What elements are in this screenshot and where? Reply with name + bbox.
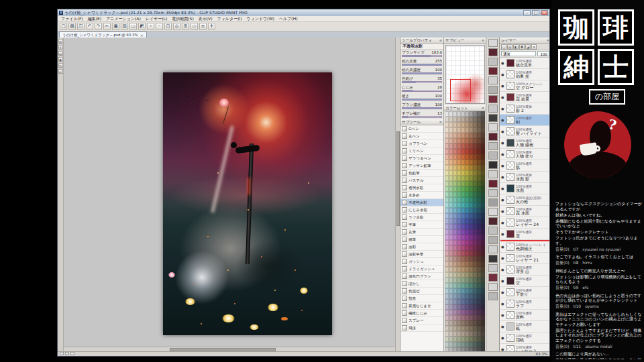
layer-row[interactable]: ●100%通常レイヤー 2: [500, 344, 550, 351]
parameter-slider[interactable]: [402, 81, 442, 83]
subtool-item[interactable]: 油彩平筆: [400, 251, 443, 258]
layer-visibility-icon[interactable]: ●: [501, 256, 505, 260]
layer-row[interactable]: ●100%通常ラフ: [500, 298, 550, 310]
material-thumbnail[interactable]: [488, 283, 498, 291]
document-tab[interactable]: うのけ姫_シャワミドラック~.psd @ 83.3% ×: [59, 32, 147, 38]
eraser-tool-icon[interactable]: ▱: [58, 69, 63, 74]
subtool-item[interactable]: 細筆: [400, 236, 443, 243]
color-swatch[interactable]: [481, 208, 485, 213]
grid-icon[interactable]: ⊞: [182, 23, 189, 30]
layer-visibility-icon[interactable]: ●: [501, 84, 505, 88]
layer-visibility-icon[interactable]: ●: [501, 336, 505, 340]
color-swatch[interactable]: [481, 165, 485, 170]
layer-row[interactable]: ●100%通常人物 塗り: [500, 149, 550, 160]
layer-visibility-icon[interactable]: ●: [501, 324, 505, 328]
subtool-item[interactable]: 丸ペン: [400, 133, 443, 140]
material-thumbnail[interactable]: [488, 114, 498, 122]
clip-layer-icon[interactable]: ◪: [525, 44, 531, 50]
color-swatch[interactable]: [481, 294, 485, 299]
layer-visibility-icon[interactable]: ●: [501, 118, 505, 122]
parameter-slider[interactable]: [402, 107, 442, 109]
material-thumbnail[interactable]: [488, 264, 498, 272]
color-swatch[interactable]: [481, 235, 485, 240]
layer-visibility-icon[interactable]: ●: [501, 72, 505, 76]
layer-visibility-icon[interactable]: ●: [501, 164, 505, 168]
material-thumbnail[interactable]: [488, 76, 498, 84]
material-thumbnail[interactable]: [488, 142, 498, 150]
close-button[interactable]: ×: [541, 10, 548, 15]
undo-icon[interactable]: ↶: [86, 23, 93, 30]
material-thumbnail[interactable]: [488, 198, 498, 206]
color-swatch[interactable]: [481, 315, 485, 320]
panel-menu-icon[interactable]: ≡: [482, 106, 484, 110]
parameter-slider[interactable]: [402, 116, 442, 118]
parameter-slider[interactable]: [402, 72, 442, 74]
blend-mode-select[interactable]: 通常: [501, 51, 536, 56]
layer-mask-icon[interactable]: ◧: [513, 44, 519, 50]
parameter-slider[interactable]: [402, 55, 442, 57]
material-thumbnail[interactable]: [488, 208, 498, 216]
layer-row[interactable]: ●100%乗算影 2: [500, 103, 550, 115]
zoom-out-icon[interactable]: －: [156, 23, 163, 30]
color-swatch[interactable]: [481, 240, 485, 245]
layer-visibility-icon[interactable]: ●: [501, 245, 505, 249]
material-thumbnail[interactable]: [488, 133, 498, 141]
color-swatch[interactable]: [481, 181, 485, 186]
color-swatch[interactable]: [481, 154, 485, 160]
color-swatch[interactable]: [481, 337, 485, 342]
layer-row[interactable]: ●100%通常雲: [500, 229, 550, 240]
subtool-item[interactable]: パステル: [400, 177, 443, 184]
layer-visibility-icon[interactable]: ●: [501, 129, 505, 133]
panel-menu-icon[interactable]: ≡: [482, 38, 484, 42]
subtool-item[interactable]: カブラペン: [400, 140, 443, 147]
color-swatch[interactable]: [481, 245, 485, 251]
subtool-item[interactable]: ドライガッシュ: [400, 265, 443, 273]
color-swatch[interactable]: [481, 202, 485, 208]
material-thumbnail[interactable]: [488, 180, 498, 188]
menu-item[interactable]: 編集(E): [88, 16, 101, 22]
material-thumbnail[interactable]: [488, 245, 498, 253]
color-swatch[interactable]: [481, 160, 485, 165]
zoom-tool-icon[interactable]: ◎: [58, 39, 63, 44]
color-swatch[interactable]: [481, 342, 485, 347]
subtool-item[interactable]: ザラつきペン: [400, 155, 443, 162]
material-thumbnail[interactable]: [488, 255, 498, 263]
deselect-icon[interactable]: ▭: [129, 23, 137, 30]
parameter-slider[interactable]: [402, 64, 442, 66]
material-thumbnail[interactable]: [488, 227, 498, 235]
material-thumbnail[interactable]: [488, 189, 498, 197]
subtool-item[interactable]: ガッシュ: [400, 258, 443, 265]
redo-icon[interactable]: ↷: [95, 23, 102, 30]
material-thumbnail[interactable]: [488, 161, 498, 169]
layer-row[interactable]: ●100%通常資料: [500, 310, 550, 321]
layer-visibility-icon[interactable]: ●: [501, 267, 505, 272]
subtool-item[interactable]: ラフ水彩: [400, 214, 443, 221]
layer-visibility-icon[interactable]: ●: [501, 61, 505, 65]
layer-row[interactable]: ●100%通常紙: [500, 321, 550, 333]
color-swatch[interactable]: [481, 256, 485, 261]
color-swatch[interactable]: [481, 320, 485, 326]
layer-row[interactable]: ●100%乗算水面 影: [500, 172, 550, 183]
layer-visibility-icon[interactable]: ●: [501, 302, 505, 306]
layer-visibility-icon[interactable]: ●: [501, 175, 505, 179]
paste-icon[interactable]: ▥: [121, 23, 128, 30]
color-swatch[interactable]: [481, 224, 485, 229]
subtool-item[interactable]: ぼかし: [400, 280, 443, 288]
material-thumbnail[interactable]: [488, 67, 498, 75]
canvas-area[interactable]: [64, 38, 400, 351]
menu-item[interactable]: 表示(V): [199, 16, 213, 22]
subtool-item[interactable]: 質感なじませ: [400, 302, 443, 310]
layer-visibility-icon[interactable]: ●: [501, 107, 505, 111]
menu-item[interactable]: ウィンドウ(W): [247, 16, 274, 22]
layer-row[interactable]: ●100%発光(追加)火の粉: [500, 194, 550, 206]
menu-item[interactable]: ファイル(F): [61, 16, 83, 22]
color-swatch[interactable]: [481, 170, 485, 176]
menu-item[interactable]: 選択範囲(S): [172, 16, 194, 22]
snap-icon[interactable]: ◇: [191, 23, 198, 30]
color-swatch[interactable]: [481, 283, 485, 288]
layer-row[interactable]: ●100%通常効果 光: [500, 69, 550, 80]
panel-menu-icon[interactable]: ≡: [547, 38, 549, 42]
material-thumbnail[interactable]: [488, 48, 498, 56]
color-swatch[interactable]: [481, 122, 485, 127]
material-thumbnail[interactable]: [488, 152, 498, 160]
